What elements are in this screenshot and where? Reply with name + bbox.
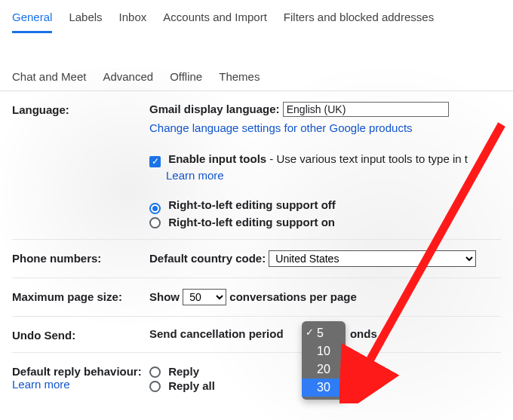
row-undo-send: Undo Send: Send cancellation period onds (12, 317, 501, 353)
settings-tabs: General Labels Inbox Accounts and Import… (0, 0, 513, 91)
undo-option-5[interactable]: 5 (302, 324, 346, 342)
label-undo-send: Undo Send: (12, 327, 149, 342)
value-language: Gmail display language: English (UK) Cha… (149, 102, 501, 228)
tab-accounts[interactable]: Accounts and Import (163, 6, 267, 32)
label-reply-behaviour: Default reply behaviour: Learn more (12, 363, 149, 392)
row-language: Language: Gmail display language: Englis… (12, 91, 501, 240)
tab-general[interactable]: General (12, 6, 52, 33)
enable-input-tools-label: Enable input tools (168, 152, 266, 165)
tab-labels[interactable]: Labels (69, 6, 102, 32)
tab-themes[interactable]: Themes (219, 66, 260, 90)
rtl-off-label: Right-to-left editing support off (168, 198, 336, 211)
reply-learn-more-link[interactable]: Learn more (12, 378, 70, 391)
settings-content: Language: Gmail display language: Englis… (0, 91, 513, 392)
undo-suffix: onds (350, 327, 377, 340)
tab-offline[interactable]: Offline (170, 66, 202, 90)
display-language-label: Gmail display language: (149, 103, 280, 115)
page-size-show: Show (149, 290, 180, 303)
display-language-select[interactable]: English (UK) (283, 102, 449, 117)
tab-inbox[interactable]: Inbox (119, 6, 147, 32)
row-reply-behaviour: Default reply behaviour: Learn more Repl… (12, 353, 501, 392)
label-language: Language: (12, 102, 149, 228)
reply-label: Reply (168, 365, 199, 378)
rtl-on-radio[interactable] (149, 217, 161, 228)
reply-all-radio[interactable] (149, 381, 161, 392)
undo-send-dropdown: 5 10 20 30 (302, 321, 346, 400)
row-phone: Phone numbers: Default country code: Uni… (12, 240, 501, 278)
change-language-link[interactable]: Change language settings for other Googl… (149, 121, 413, 134)
undo-option-20[interactable]: 20 (302, 360, 346, 379)
undo-option-10[interactable]: 10 (302, 342, 346, 360)
input-tools-learn-more-link[interactable]: Learn more (166, 169, 224, 182)
tab-advanced[interactable]: Advanced (103, 66, 153, 90)
tab-chat[interactable]: Chat and Meet (12, 66, 86, 90)
undo-prefix: Send cancellation period (149, 327, 284, 340)
label-phone: Phone numbers: (12, 250, 149, 267)
page-size-suffix: conversations per page (229, 290, 356, 303)
page-size-select[interactable]: 50 (183, 289, 226, 305)
rtl-on-label: Right-to-left editing support on (168, 216, 335, 228)
enable-input-tools-desc: - Use various text input tools to type i… (266, 152, 468, 165)
row-page-size: Maximum page size: Show 50 conversations… (12, 278, 501, 317)
enable-input-tools-checkbox[interactable] (149, 156, 161, 167)
tab-filters[interactable]: Filters and blocked addresses (284, 6, 434, 32)
country-code-label: Default country code: (149, 252, 266, 265)
reply-radio[interactable] (149, 366, 161, 378)
reply-all-label: Reply all (168, 379, 215, 392)
undo-option-30[interactable]: 30 (302, 379, 346, 397)
rtl-off-radio[interactable] (149, 203, 161, 214)
label-page-size: Maximum page size: (12, 289, 149, 305)
country-code-select[interactable]: United States (269, 250, 476, 267)
